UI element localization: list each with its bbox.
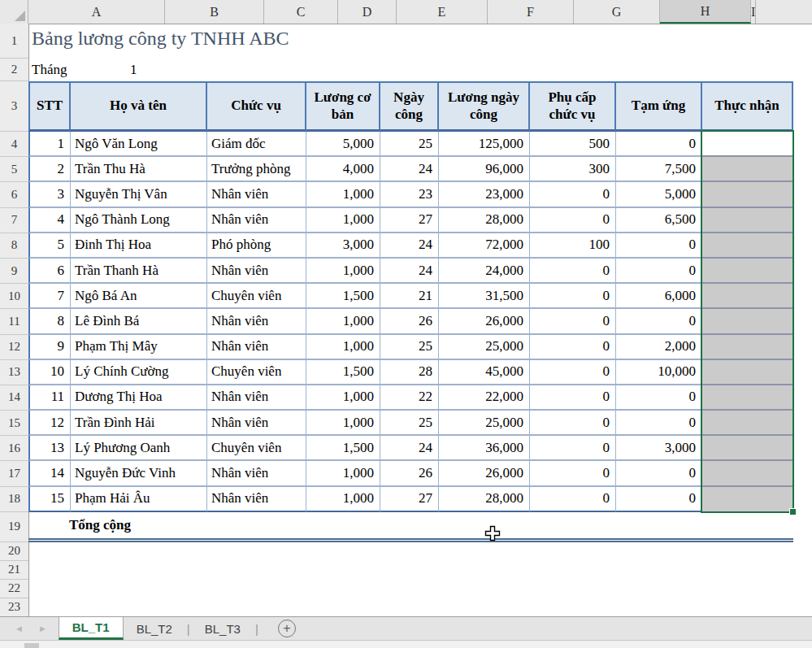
- cell-net-pay[interactable]: [702, 385, 793, 411]
- cell-basic-salary[interactable]: 1,000: [306, 385, 380, 411]
- row-header[interactable]: 22: [0, 580, 28, 598]
- row-header[interactable]: 6: [0, 182, 28, 207]
- column-header[interactable]: G: [574, 0, 660, 24]
- cell-role[interactable]: Phó phòng: [207, 233, 306, 259]
- prev-sheet-icon[interactable]: ◄: [15, 624, 24, 633]
- table-header-cell[interactable]: Tạm ứng: [616, 81, 702, 132]
- cell-advance[interactable]: 0: [616, 385, 702, 411]
- cell-basic-salary[interactable]: 1,000: [306, 411, 380, 436]
- cell-name[interactable]: Lý Chính Cường: [71, 360, 207, 385]
- column-header[interactable]: I: [751, 0, 756, 24]
- cell-work-days[interactable]: 21: [380, 284, 439, 309]
- row-header[interactable]: 7: [0, 208, 28, 233]
- cell-advance[interactable]: 10,000: [616, 360, 702, 385]
- cell-role[interactable]: Nhân viên: [207, 411, 306, 436]
- cell-role[interactable]: Nhân viên: [207, 487, 306, 512]
- row-header[interactable]: 5: [0, 157, 28, 182]
- cell-basic-salary[interactable]: 1,000: [306, 487, 380, 512]
- cell-allowance[interactable]: 100: [530, 233, 616, 259]
- table-header-cell[interactable]: Thực nhận: [702, 81, 793, 132]
- cell-day-salary[interactable]: 25,000: [439, 335, 530, 360]
- cell-basic-salary[interactable]: 1,500: [306, 360, 380, 385]
- cell-allowance[interactable]: 0: [530, 309, 616, 334]
- cell-work-days[interactable]: 24: [380, 259, 439, 284]
- row-header[interactable]: 21: [0, 561, 28, 580]
- cell-stt[interactable]: 11: [28, 385, 71, 411]
- cell-basic-salary[interactable]: 4,000: [306, 157, 380, 182]
- cell-advance[interactable]: 0: [616, 411, 702, 436]
- cell-name[interactable]: Trần Đình Hải: [71, 411, 207, 436]
- cell-net-pay[interactable]: [702, 360, 793, 385]
- cell-stt[interactable]: 15: [28, 487, 71, 512]
- cell-allowance[interactable]: 500: [530, 132, 616, 157]
- cell-day-salary[interactable]: 96,000: [439, 157, 530, 182]
- cell-advance[interactable]: 0: [616, 233, 702, 259]
- row-header[interactable]: 19: [0, 512, 28, 542]
- cell-advance[interactable]: 3,000: [616, 436, 702, 461]
- sheet-tab-bl-t1[interactable]: BL_T1: [59, 617, 124, 640]
- row-header[interactable]: 11: [0, 309, 28, 334]
- cell-role[interactable]: Nhân viên: [207, 208, 306, 233]
- cell-day-salary[interactable]: 23,000: [439, 182, 530, 207]
- cell-work-days[interactable]: 24: [380, 233, 439, 259]
- cell-net-pay[interactable]: [702, 157, 793, 182]
- cell-name[interactable]: Lê Đình Bá: [71, 309, 207, 334]
- cell-role[interactable]: Chuyên viên: [207, 436, 306, 461]
- cell-role[interactable]: Giám đốc: [207, 132, 306, 157]
- cell-work-days[interactable]: 27: [380, 208, 439, 233]
- row-header[interactable]: 18: [0, 487, 28, 512]
- month-value-cell[interactable]: 1: [130, 62, 137, 78]
- cell-name[interactable]: Nguyễn Đức Vinh: [71, 461, 207, 486]
- cell-basic-salary[interactable]: 5,000: [306, 132, 380, 157]
- sheet-tab-bl-t2[interactable]: BL_T2: [124, 617, 185, 640]
- cell-allowance[interactable]: 0: [530, 461, 616, 486]
- cell-basic-salary[interactable]: 1,000: [306, 182, 380, 207]
- row-header[interactable]: 10: [0, 284, 28, 309]
- cell-day-salary[interactable]: 31,500: [439, 284, 530, 309]
- cell-stt[interactable]: 10: [28, 360, 71, 385]
- cell-name[interactable]: Trần Thanh Hà: [71, 259, 207, 284]
- cell-role[interactable]: Nhân viên: [207, 461, 306, 486]
- cell-allowance[interactable]: 0: [530, 182, 616, 207]
- cell-day-salary[interactable]: 36,000: [439, 436, 530, 461]
- row-header[interactable]: 8: [0, 233, 28, 259]
- cell-day-salary[interactable]: 28,000: [439, 487, 530, 512]
- cell-role[interactable]: Nhân viên: [207, 385, 306, 411]
- cell-stt[interactable]: 8: [28, 309, 71, 334]
- cell-work-days[interactable]: 22: [380, 385, 439, 411]
- cell-basic-salary[interactable]: 1,000: [306, 208, 380, 233]
- next-sheet-icon[interactable]: ►: [38, 624, 47, 633]
- cell-net-pay[interactable]: [702, 411, 793, 436]
- cell-role[interactable]: Trưởng phòng: [207, 157, 306, 182]
- cell-allowance[interactable]: 0: [530, 335, 616, 360]
- cell-basic-salary[interactable]: 1,500: [306, 436, 380, 461]
- cell-advance[interactable]: 0: [616, 259, 702, 284]
- cell-net-pay[interactable]: [702, 259, 793, 284]
- add-sheet-button[interactable]: +: [278, 620, 296, 637]
- row-header[interactable]: 3: [0, 81, 28, 132]
- cell-stt[interactable]: 7: [28, 284, 71, 309]
- cell-stt[interactable]: 12: [28, 411, 71, 436]
- total-label-cell[interactable]: Tổng cộng: [69, 517, 131, 533]
- cell-name[interactable]: Ngô Văn Long: [71, 132, 207, 157]
- cell-name[interactable]: Dương Thị Hoa: [71, 385, 207, 411]
- cell-day-salary[interactable]: 45,000: [439, 360, 530, 385]
- cell-name[interactable]: Phạm Hải Âu: [71, 487, 207, 512]
- row-header[interactable]: 9: [0, 259, 28, 284]
- cell-allowance[interactable]: 0: [530, 284, 616, 309]
- cell-role[interactable]: Nhân viên: [207, 182, 306, 207]
- cell-net-pay[interactable]: [702, 208, 793, 233]
- cell-work-days[interactable]: 24: [380, 157, 439, 182]
- cell-net-pay[interactable]: [702, 436, 793, 461]
- cell-work-days[interactable]: 26: [380, 309, 439, 334]
- row-header[interactable]: 2: [0, 59, 28, 81]
- table-header-cell[interactable]: Lương ngày công: [439, 81, 530, 132]
- cell-basic-salary[interactable]: 3,000: [306, 233, 380, 259]
- cell-stt[interactable]: 4: [28, 208, 71, 233]
- sheet-title-cell[interactable]: Bảng lương công ty TNHH ABC: [32, 28, 289, 50]
- table-header-cell[interactable]: Ngày công: [380, 81, 439, 132]
- cell-day-salary[interactable]: 125,000: [439, 132, 530, 157]
- cell-allowance[interactable]: 0: [530, 208, 616, 233]
- cell-net-pay[interactable]: [702, 233, 793, 259]
- cell-allowance[interactable]: 0: [530, 436, 616, 461]
